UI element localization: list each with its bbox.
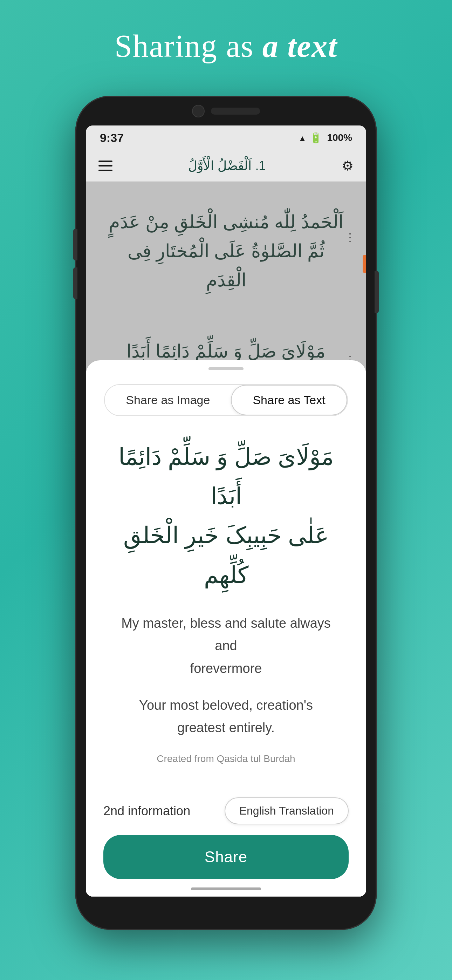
status-time: 9:37 xyxy=(100,131,124,145)
share-button[interactable]: Share xyxy=(103,835,349,879)
phone-notch xyxy=(192,105,260,118)
app-title: 1. اَلْفَضْلُ الْأَوَّلُ xyxy=(188,158,266,173)
battery-text: 100% xyxy=(327,132,352,143)
sheet-arabic-block: مَوْلَایَ صَلِّ وَ سَلِّمْ دَائِمًا أَبَ… xyxy=(86,437,366,595)
page-title: Sharing as a text xyxy=(115,28,337,64)
more-options-1[interactable]: ⋮ xyxy=(344,231,356,244)
menu-line-3 xyxy=(99,170,113,171)
wifi-icon: ▴ xyxy=(300,132,305,144)
menu-icon[interactable] xyxy=(99,161,113,171)
share-tab-row: Share as Image Share as Text xyxy=(104,384,348,416)
sheet-arabic-line-2: عَلٰی حَبِيبِکَ خَيرِ الْخَلقِ کُلِّهِم xyxy=(107,515,345,594)
bookmark-tab[interactable] xyxy=(363,255,366,273)
bottom-controls: 2nd information English Translation Shar… xyxy=(86,787,366,897)
phone-screen: 9:37 ▴ 🔋 100% 1. اَلْفَضْلُ الْأَوَّلُ ⚙… xyxy=(86,126,366,897)
sheet-handle xyxy=(208,368,244,370)
info-row: 2nd information English Translation xyxy=(103,797,349,824)
tab-share-text[interactable]: Share as Text xyxy=(231,385,347,415)
signal-icon: 🔋 xyxy=(310,132,322,144)
home-indicator xyxy=(191,888,261,890)
power-button xyxy=(374,271,379,313)
phone-frame: 9:37 ▴ 🔋 100% 1. اَلْفَضْلُ الْأَوَّلُ ⚙… xyxy=(75,96,377,930)
sheet-secondary-block: Your most beloved, creation's greatest e… xyxy=(86,694,366,739)
settings-icon[interactable]: ⚙ xyxy=(342,158,353,173)
english-translation-button[interactable]: English Translation xyxy=(224,797,349,824)
sheet-secondary-line-1: Your most beloved, creation's greatest e… xyxy=(114,694,338,739)
menu-line-1 xyxy=(99,161,113,162)
sheet-arabic-line-1: مَوْلَایَ صَلِّ وَ سَلِّمْ دَائِمًا أَبَ… xyxy=(107,437,345,515)
sheet-english-line-2: forevermore xyxy=(114,657,338,680)
sheet-credit: Created from Qasida tul Burdah xyxy=(157,753,295,764)
volume-up-button xyxy=(73,229,78,261)
status-icons: ▴ 🔋 100% xyxy=(300,132,352,144)
volume-down-button xyxy=(73,267,78,299)
phone-speaker xyxy=(211,108,260,115)
sheet-english-block: My master, bless and salute always and f… xyxy=(86,612,366,680)
sheet-english-line-1: My master, bless and salute always and xyxy=(114,612,338,657)
info-label: 2nd information xyxy=(103,804,190,818)
tab-share-image[interactable]: Share as Image xyxy=(105,385,231,415)
bottom-sheet: Share as Image Share as Text مَوْلَایَ ص… xyxy=(86,360,366,897)
app-bar: 1. اَلْفَضْلُ الْأَوَّلُ ⚙ xyxy=(86,150,366,181)
menu-line-2 xyxy=(99,165,113,167)
front-camera xyxy=(192,105,205,118)
status-bar: 9:37 ▴ 🔋 100% xyxy=(86,126,366,150)
